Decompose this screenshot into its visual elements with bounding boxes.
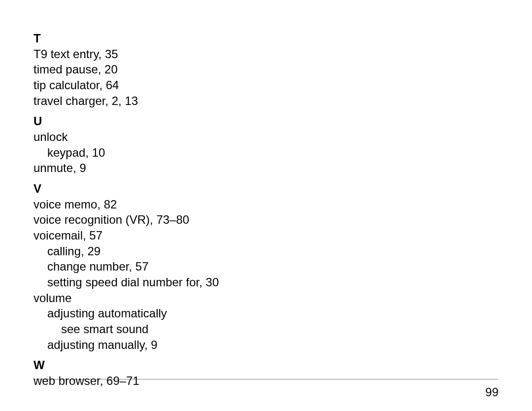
index-subentry: change number, 57 <box>33 259 499 274</box>
index-subentry: setting speed dial number for, 30 <box>33 274 499 290</box>
index-subentry: adjusting manually, 9 <box>33 337 499 353</box>
page-number: 99 <box>485 385 499 399</box>
footer-rule <box>33 379 499 379</box>
index-letter-v: V <box>33 181 499 197</box>
index-letter-t: T <box>33 31 499 46</box>
index-entry: voice recognition (VR), 73–80 <box>33 212 499 228</box>
index-subsubentry: see smart sound <box>33 321 499 337</box>
index-entry: unlock <box>33 129 499 145</box>
page: T T9 text entry, 35 timed pause, 20 tip … <box>0 0 532 411</box>
index-entry: web browser, 69–71 <box>33 373 499 389</box>
index-entry: T9 text entry, 35 <box>33 46 499 62</box>
index-entry: tip calculator, 64 <box>33 77 499 93</box>
index-entry: travel charger, 2, 13 <box>33 93 499 109</box>
index-entry: unmute, 9 <box>33 160 499 176</box>
index-entry: volume <box>33 290 499 306</box>
index-subentry: adjusting automatically <box>33 306 499 321</box>
index-subentry: keypad, 10 <box>33 145 499 161</box>
index-subentry: calling, 29 <box>33 243 499 259</box>
index-letter-u: U <box>33 113 499 129</box>
index-entry: timed pause, 20 <box>33 62 499 77</box>
index-entry: voicemail, 57 <box>33 228 499 243</box>
index-entry: voice memo, 82 <box>33 197 499 212</box>
index-letter-w: W <box>33 357 499 373</box>
index-content: T T9 text entry, 35 timed pause, 20 tip … <box>33 31 499 389</box>
